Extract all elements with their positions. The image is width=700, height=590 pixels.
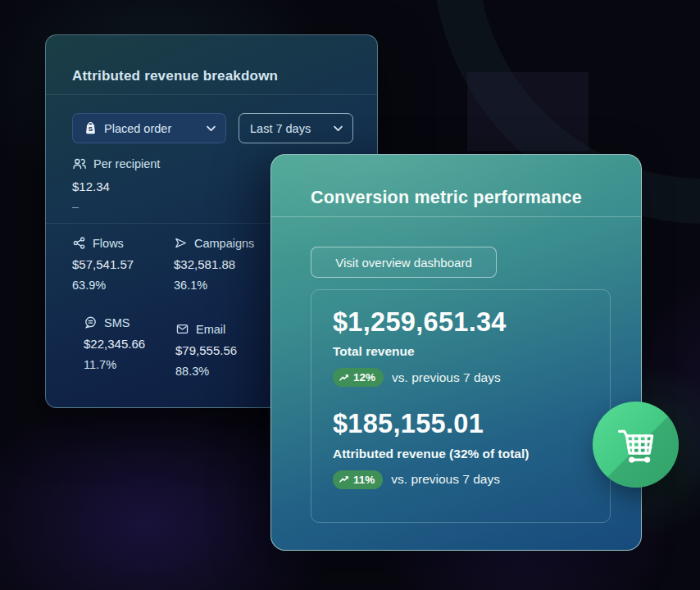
page-background: Attributed revenue breakdown S Placed or… — [0, 0, 700, 590]
visit-overview-dashboard-button[interactable]: Visit overview dashboard — [311, 247, 497, 278]
tile-share: 36.1% — [174, 279, 254, 292]
svg-text:S: S — [89, 125, 93, 133]
delta-badge: 11% — [333, 470, 383, 489]
chevron-down-icon — [334, 125, 343, 132]
tile-share: 88.3% — [175, 365, 237, 378]
per-recipient-row: Per recipient — [72, 157, 160, 171]
people-icon — [72, 157, 87, 171]
total-revenue-metric: $1,259,651.34 Total revenue 12% vs. prev… — [333, 306, 589, 387]
shopify-bag-icon: S — [84, 121, 98, 135]
tile-share: 63.9% — [72, 279, 134, 292]
total-revenue-value: $1,259,651.34 — [333, 306, 589, 338]
delta-value: 11% — [353, 474, 375, 486]
chevron-down-icon — [207, 125, 216, 132]
tile-label: Email — [196, 323, 225, 336]
per-recipient-delta: – — [72, 200, 79, 213]
tile-value: $22,345.66 — [84, 337, 145, 351]
shopping-cart-badge — [593, 402, 679, 488]
sms-chat-icon — [84, 315, 98, 329]
tile-label: Campaigns — [194, 237, 254, 250]
attributed-revenue-title: Attributed revenue breakdown — [72, 68, 278, 84]
attributed-revenue-value: $185,155.01 — [333, 408, 589, 439]
conversion-performance-card: Conversion metric performance Visit over… — [270, 154, 642, 551]
attributed-revenue-metric: $185,155.01 Attributed revenue (32% of t… — [333, 408, 589, 488]
metric-tile-campaigns: Campaigns $32,581.88 36.1% — [174, 236, 254, 292]
range-dropdown-last-7-days[interactable]: Last 7 days — [239, 113, 353, 143]
tile-label: Flows — [93, 237, 124, 250]
trending-up-icon — [339, 474, 349, 484]
metric-tile-sms: SMS $22,345.66 11.7% — [84, 315, 145, 371]
tile-label: SMS — [104, 316, 130, 329]
delta-value: 12% — [353, 371, 375, 384]
tile-value: $32,581.88 — [174, 257, 254, 271]
divider — [46, 94, 377, 95]
divider — [271, 216, 641, 217]
range-dropdown-label: Last 7 days — [250, 122, 311, 135]
comparison-period: vs. previous 7 days — [391, 472, 500, 487]
tile-share: 11.7% — [84, 358, 145, 371]
campaigns-send-icon — [174, 236, 188, 250]
conversion-card-title: Conversion metric performance — [311, 188, 582, 208]
tile-value: $57,541.57 — [72, 257, 134, 271]
metric-dropdown-label: Placed order — [104, 122, 171, 135]
metric-tile-email: Email $79,555.56 88.3% — [175, 322, 237, 378]
trending-up-icon — [339, 373, 349, 383]
background-rectangle — [467, 72, 589, 151]
shopping-cart-icon — [612, 421, 660, 469]
tile-value: $79,555.56 — [175, 343, 237, 357]
delta-badge: 12% — [333, 368, 384, 387]
per-recipient-label: Per recipient — [93, 157, 160, 170]
attributed-revenue-label: Attributed revenue (32% of total) — [333, 447, 589, 461]
flows-icon — [72, 236, 86, 250]
email-envelope-icon — [175, 322, 189, 336]
total-revenue-label: Total revenue — [333, 344, 589, 359]
comparison-period: vs. previous 7 days — [392, 370, 501, 385]
conversion-metrics-box: $1,259,651.34 Total revenue 12% vs. prev… — [311, 289, 611, 523]
per-recipient-value: $12.34 — [72, 179, 110, 193]
metric-dropdown-placed-order[interactable]: S Placed order — [72, 113, 226, 143]
metric-tile-flows: Flows $57,541.57 63.9% — [72, 236, 134, 292]
